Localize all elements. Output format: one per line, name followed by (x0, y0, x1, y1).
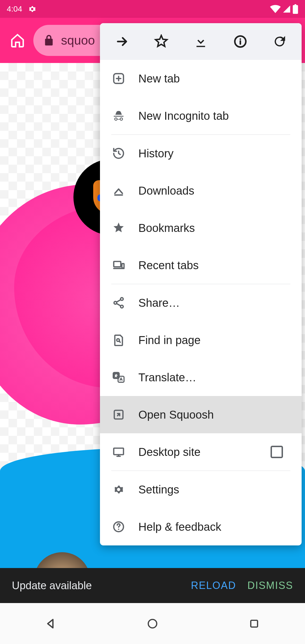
menu-item-label: Bookmarks (138, 222, 195, 234)
menu-item-label: Settings (138, 483, 179, 496)
translate-icon (112, 371, 125, 384)
snackbar-message: Update available (12, 580, 180, 592)
svg-point-5 (114, 301, 117, 304)
settings-gear-icon (27, 4, 37, 14)
menu-incognito[interactable]: New Incognito tab (100, 97, 302, 134)
update-snackbar: Update available RELOAD DISMISS (0, 568, 305, 603)
forward-button[interactable] (104, 27, 140, 56)
history-icon (112, 147, 125, 160)
lock-icon (43, 34, 54, 46)
menu-history[interactable]: History (100, 135, 302, 172)
snackbar-dismiss-button[interactable]: DISMISS (247, 580, 293, 591)
find-icon (112, 333, 125, 347)
downloads-icon (112, 184, 125, 197)
menu-item-label: Find in page (138, 334, 201, 347)
snackbar-reload-button[interactable]: RELOAD (191, 580, 236, 591)
nav-home-button[interactable] (136, 612, 169, 635)
settings-icon (112, 483, 125, 496)
menu-desktop-site[interactable]: Desktop site (100, 433, 302, 471)
desktop-site-checkbox[interactable] (271, 446, 283, 458)
nav-bar (0, 603, 305, 644)
battery-icon (293, 4, 298, 14)
desktop-icon (112, 445, 125, 459)
menu-find-in-page[interactable]: Find in page (100, 321, 302, 359)
menu-item-label: Share… (138, 297, 180, 309)
cell-signal-icon (282, 5, 291, 13)
svg-rect-11 (114, 448, 124, 455)
menu-item-label: Translate… (138, 371, 196, 384)
menu-top-actions (100, 23, 302, 60)
menu-item-label: Recent tabs (138, 259, 199, 272)
menu-share[interactable]: Share… (100, 284, 302, 321)
svg-rect-2 (114, 262, 121, 267)
menu-recent-tabs[interactable]: Recent tabs (100, 247, 302, 284)
menu-item-label: Help & feedback (138, 521, 221, 533)
recent-tabs-icon (112, 258, 125, 272)
new-tab-icon (112, 72, 125, 85)
browser-menu: New tab New Incognito tab History Downlo… (100, 23, 302, 545)
open-app-icon (112, 408, 125, 421)
menu-item-label: Downloads (138, 184, 194, 197)
nav-back-button[interactable] (34, 612, 68, 635)
menu-item-label: Desktop site (138, 446, 201, 458)
incognito-icon (112, 109, 125, 123)
bookmarks-icon (112, 221, 125, 235)
menu-bookmarks[interactable]: Bookmarks (100, 209, 302, 247)
bookmark-button[interactable] (143, 27, 180, 56)
menu-settings[interactable]: Settings (100, 471, 302, 508)
status-time: 4:04 (7, 5, 22, 14)
svg-point-4 (121, 298, 123, 301)
menu-open-app[interactable]: Open Squoosh (100, 396, 302, 433)
home-button[interactable] (8, 31, 27, 49)
url-text: squoo (61, 33, 95, 47)
menu-item-label: New tab (138, 72, 180, 85)
svg-rect-3 (122, 264, 124, 268)
menu-item-label: Open Squoosh (138, 408, 214, 421)
nav-recents-button[interactable] (237, 612, 271, 635)
reload-button[interactable] (261, 27, 298, 56)
svg-point-6 (121, 305, 123, 308)
svg-rect-14 (251, 620, 258, 627)
wifi-icon (270, 5, 281, 13)
svg-point-13 (148, 619, 157, 628)
menu-help[interactable]: Help & feedback (100, 508, 302, 545)
menu-item-label: New Incognito tab (138, 110, 229, 122)
download-button[interactable] (182, 27, 219, 56)
status-bar: 4:04 (0, 0, 305, 18)
help-icon (112, 520, 125, 534)
menu-downloads[interactable]: Downloads (100, 172, 302, 209)
menu-new-tab[interactable]: New tab (100, 60, 302, 97)
share-icon (112, 296, 125, 310)
info-button[interactable] (222, 27, 259, 56)
menu-translate[interactable]: Translate… (100, 359, 302, 396)
menu-item-label: History (138, 147, 173, 160)
